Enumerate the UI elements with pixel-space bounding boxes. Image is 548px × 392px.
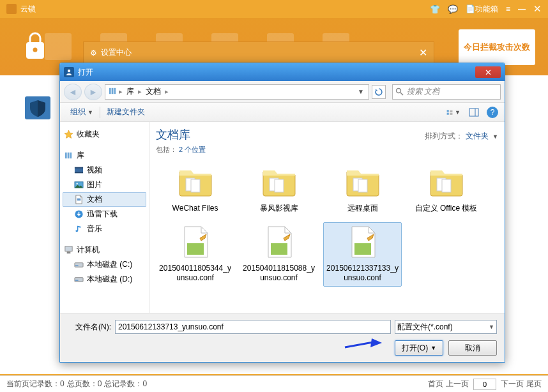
menu-icon[interactable]: ≡ [506, 4, 510, 13]
filename-input[interactable] [115, 320, 391, 334]
conf-file-icon [176, 225, 215, 261]
svg-rect-5 [112, 87, 114, 93]
breadcrumb[interactable]: ▸ 库 ▸ 文档 ▸ ▼ [105, 84, 369, 100]
conf-file-icon [344, 225, 382, 261]
close-icon[interactable]: ✕ [533, 3, 542, 15]
last-page[interactable]: 尾页 [526, 379, 542, 389]
svg-rect-44 [187, 243, 204, 255]
organize-button[interactable]: 组织▼ [66, 107, 97, 117]
cur-page-records: 当前页记录数：0 [6, 379, 65, 389]
library-icon [108, 86, 118, 98]
svg-rect-21 [75, 167, 83, 169]
tree-favorites[interactable]: 收藏夹 [63, 127, 146, 142]
libraries-icon [64, 151, 73, 160]
help-icon[interactable]: ? [487, 107, 498, 118]
svg-rect-4 [109, 87, 111, 93]
file-label: WeChat Files [172, 204, 218, 214]
svg-rect-15 [469, 109, 478, 116]
nav-back-button[interactable]: ◄ [64, 84, 82, 100]
folder-item[interactable]: 自定义 Office 模板 [407, 162, 485, 217]
file-filter-select[interactable]: 配置文件(*.conf) ▼ [395, 320, 497, 334]
tree-pictures[interactable]: 图片 [63, 177, 146, 192]
file-label: 201506121337133_yunsuo.conf [325, 264, 400, 283]
preview-pane-button[interactable] [466, 105, 482, 119]
svg-rect-6 [114, 87, 116, 93]
folder-icon [260, 165, 298, 201]
folder-item[interactable]: 远程桌面 [323, 162, 402, 217]
tree-videos[interactable]: 视频 [63, 163, 146, 177]
breadcrumb-seg-documents[interactable]: 文档 [143, 86, 164, 97]
search-input[interactable]: 搜索 文档 [392, 84, 501, 100]
chat-icon[interactable]: 💬 [448, 4, 458, 14]
app-title: 云锁 [20, 4, 430, 15]
app-logo-icon [6, 4, 17, 14]
library-locations-link[interactable]: 2 个位置 [179, 146, 206, 153]
folder-icon [427, 165, 466, 201]
tree-documents[interactable]: 文档 [63, 192, 146, 207]
file-label: 暴风影视库 [260, 204, 298, 214]
disk-icon [74, 260, 84, 269]
file-item[interactable]: 201504011805344_yunsuo.conf [156, 222, 234, 287]
header-item-1[interactable] [45, 33, 72, 60]
tree-libraries[interactable]: 库 [63, 148, 146, 163]
svg-rect-30 [65, 246, 72, 252]
file-item[interactable]: 201506121337133_yunsuo.conf [323, 222, 402, 287]
svg-rect-10 [447, 112, 449, 114]
library-title: 文档库 [156, 127, 190, 142]
svg-rect-45 [271, 243, 287, 255]
today-block: 今日拦截攻击次数 [459, 29, 535, 65]
svg-rect-41 [358, 179, 367, 192]
next-page[interactable]: 下一页 [501, 379, 524, 389]
lock-icon [22, 31, 48, 63]
folder-item[interactable]: WeChat Files [156, 162, 234, 217]
svg-rect-37 [191, 179, 200, 192]
folder-icon [344, 165, 382, 201]
annotation-arrow-icon [344, 338, 382, 350]
folder-item[interactable]: 暴风影视库 [240, 162, 318, 217]
svg-rect-35 [75, 280, 79, 280]
view-mode-button[interactable]: ▼ [446, 105, 461, 119]
tree-disk-d[interactable]: 本地磁盘 (D:) [63, 272, 146, 287]
svg-point-7 [397, 88, 401, 93]
settings-close-icon[interactable]: ✕ [419, 47, 427, 59]
toolbox-icon[interactable]: 📄功能箱 [466, 4, 498, 15]
refresh-button[interactable] [372, 85, 386, 99]
tree-disk-c[interactable]: 本地磁盘 (C:) [63, 257, 146, 272]
svg-rect-19 [70, 153, 72, 158]
minimize-icon[interactable]: — [518, 4, 526, 13]
folder-icon [176, 165, 215, 201]
file-label: 201504011815088_yunsuo.conf [241, 264, 316, 283]
arrange-by[interactable]: 排列方式： 文件夹 ▼ [425, 131, 498, 142]
svg-rect-33 [75, 265, 79, 266]
tree-computer[interactable]: 计算机 [63, 243, 146, 257]
file-item[interactable]: 201504011815088_yunsuo.conf [240, 222, 318, 287]
music-icon [74, 224, 84, 234]
first-page[interactable]: 首页 [428, 379, 443, 389]
svg-rect-18 [68, 153, 70, 158]
page-input[interactable] [473, 379, 496, 390]
dialog-close-button[interactable]: ✕ [475, 66, 501, 78]
file-label: 自定义 Office 模板 [415, 204, 478, 214]
new-folder-button[interactable]: 新建文件夹 [103, 107, 149, 117]
search-placeholder: 搜索 文档 [407, 86, 439, 97]
disk-icon [74, 275, 84, 284]
svg-point-1 [33, 48, 38, 52]
prev-page[interactable]: 上一页 [446, 379, 469, 389]
svg-rect-9 [447, 110, 449, 112]
nav-forward-button[interactable]: ► [84, 84, 102, 100]
breadcrumb-dropdown-icon[interactable]: ▼ [356, 88, 366, 95]
shield-icon[interactable] [22, 93, 53, 123]
svg-rect-32 [75, 263, 83, 268]
tree-music[interactable]: 音乐 [63, 222, 146, 236]
cancel-button[interactable]: 取消 [448, 340, 497, 356]
svg-point-24 [77, 183, 78, 185]
open-button[interactable]: 打开(O)▼ [395, 340, 443, 356]
svg-rect-31 [67, 252, 71, 253]
total-pages: 总页数：0 [67, 379, 102, 389]
svg-rect-39 [275, 179, 284, 192]
tshirt-icon[interactable]: 👕 [430, 4, 440, 14]
file-label: 远程桌面 [347, 204, 378, 214]
tree-xunlei[interactable]: 迅雷下载 [63, 207, 146, 222]
breadcrumb-seg-library[interactable]: 库 [124, 86, 137, 97]
svg-point-29 [75, 230, 78, 232]
